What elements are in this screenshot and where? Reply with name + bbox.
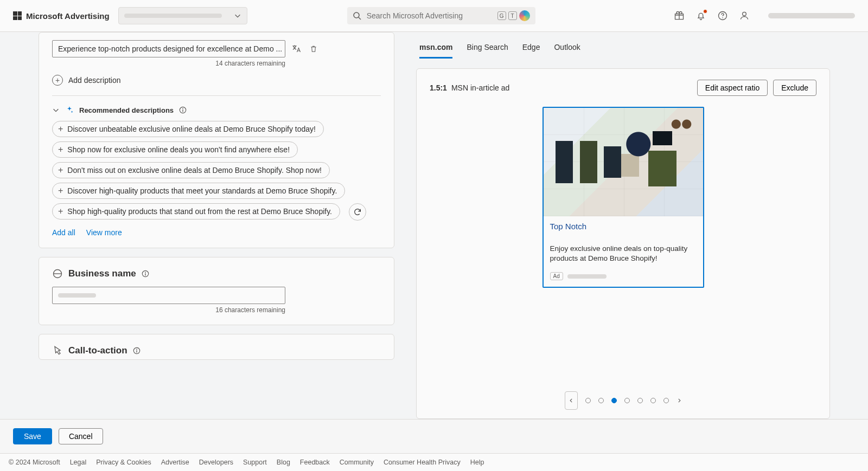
business-name-placeholder (58, 293, 96, 298)
tab-outlook[interactable]: Outlook (554, 43, 580, 59)
kbd-g: G (497, 11, 506, 20)
tab-msn[interactable]: msn.com (419, 43, 452, 59)
plus-icon: + (58, 207, 63, 216)
carousel-dot[interactable] (663, 398, 669, 403)
translate-icon[interactable] (290, 42, 303, 55)
svg-point-8 (145, 272, 146, 273)
recommended-title: Recommended descriptions (79, 106, 174, 114)
footer: © 2024 Microsoft LegalPrivacy & CookiesA… (0, 453, 868, 471)
refresh-suggestions-button[interactable] (349, 203, 366, 221)
carousel-next-button[interactable] (676, 397, 682, 404)
aspect-ratio: 1.5:1 (430, 83, 447, 92)
suggestion-pill[interactable]: +Shop now for exclusive online deals you… (52, 141, 298, 158)
footer-link[interactable]: Legal (70, 459, 87, 466)
descriptions-card: Experience top-notch products designed f… (39, 32, 394, 248)
footer-link[interactable]: Blog (277, 459, 290, 466)
footer-copyright: © 2024 Microsoft (9, 459, 60, 466)
account-selector[interactable] (118, 7, 247, 24)
footer-link[interactable]: Advertise (161, 459, 189, 466)
account-selector-label-placeholder (124, 14, 222, 18)
plus-circle-icon: + (52, 75, 63, 86)
add-all-link[interactable]: Add all (52, 228, 75, 237)
carousel-dot[interactable] (598, 398, 604, 403)
business-name-input[interactable] (52, 287, 285, 304)
business-name-title: Business name (68, 268, 136, 279)
svg-point-3 (743, 12, 746, 16)
carousel-dot[interactable] (637, 398, 643, 403)
exclude-button[interactable]: Exclude (773, 80, 816, 96)
tab-bing[interactable]: Bing Search (467, 43, 508, 59)
preview-tabs: msn.com Bing Search Edge Outlook (416, 32, 830, 59)
brand-logo-icon (13, 11, 22, 20)
notifications-icon[interactable] (694, 9, 707, 22)
suggestion-text: Shop now for exclusive online deals you … (67, 145, 290, 154)
suggestion-pill[interactable]: +Shop high-quality products that stand o… (52, 203, 340, 220)
brand-text: Microsoft Advertising (26, 11, 110, 21)
carousel-prev-button[interactable] (565, 391, 578, 410)
suggestion-links: Add all View more (52, 228, 381, 237)
view-more-link[interactable]: View more (86, 228, 122, 237)
business-name-card: Business name 16 characters remaining (39, 257, 394, 325)
footer-link[interactable]: Feedback (300, 459, 330, 466)
ad-preview-description: Enjoy exclusive online deals on top-qual… (550, 244, 697, 263)
carousel-dot[interactable] (624, 398, 630, 403)
action-bar: Save Cancel (0, 419, 868, 453)
delete-icon[interactable] (307, 42, 320, 55)
info-icon[interactable] (142, 270, 149, 278)
copilot-icon[interactable] (519, 10, 530, 21)
suggestion-pill[interactable]: +Don't miss out on exclusive online deal… (52, 162, 330, 178)
form-column: Experience top-notch products designed f… (0, 32, 394, 419)
footer-link[interactable]: Support (243, 459, 267, 466)
ad-badge: Ad (550, 272, 563, 280)
save-button[interactable]: Save (13, 428, 52, 444)
add-description-label: Add description (68, 76, 121, 85)
cta-icon (52, 345, 63, 356)
plus-icon: + (58, 186, 63, 195)
cta-card: Call-to-action (39, 334, 394, 360)
carousel-dot[interactable] (611, 398, 617, 403)
main-content: Experience top-notch products designed f… (0, 32, 868, 419)
edit-aspect-ratio-button[interactable]: Edit aspect ratio (697, 80, 768, 96)
suggestion-text: Don't miss out on exclusive online deals… (67, 166, 322, 175)
divider (52, 95, 381, 96)
description-char-remaining: 14 characters remaining (52, 60, 285, 67)
recommended-header[interactable]: Recommended descriptions (52, 106, 381, 114)
brand[interactable]: Microsoft Advertising (13, 11, 110, 21)
chevron-down-icon (52, 106, 60, 114)
sparkle-icon (65, 106, 74, 114)
footer-link[interactable]: Privacy & Cookies (96, 459, 151, 466)
carousel-dot[interactable] (650, 398, 656, 403)
footer-link[interactable]: Help (470, 459, 484, 466)
recommended-pills: +Discover unbeatable exclusive online de… (52, 121, 381, 224)
ad-url-placeholder (567, 274, 607, 279)
info-icon[interactable] (179, 106, 187, 114)
search-input[interactable] (367, 11, 492, 20)
header-actions (673, 9, 855, 22)
gift-icon[interactable] (673, 9, 686, 22)
cta-title: Call-to-action (68, 345, 127, 356)
suggestion-text: Shop high-quality products that stand ou… (67, 207, 332, 216)
svg-point-2 (722, 17, 723, 18)
global-search[interactable]: G T (347, 7, 535, 24)
suggestion-pill[interactable]: +Discover high-quality products that mee… (52, 183, 345, 199)
user-label-placeholder (768, 13, 855, 18)
help-icon[interactable] (716, 9, 729, 22)
tab-edge[interactable]: Edge (522, 43, 540, 59)
cancel-button[interactable]: Cancel (59, 428, 103, 444)
carousel-dot[interactable] (585, 398, 591, 403)
plus-icon: + (58, 125, 63, 133)
suggestion-pill[interactable]: +Discover unbeatable exclusive online de… (52, 121, 324, 137)
footer-link[interactable]: Developers (199, 459, 233, 466)
info-icon[interactable] (133, 347, 141, 354)
footer-link[interactable]: Community (340, 459, 374, 466)
svg-point-10 (136, 349, 137, 350)
ad-preview-image (544, 108, 703, 216)
user-icon[interactable] (738, 9, 751, 22)
search-icon (353, 11, 361, 20)
svg-point-0 (354, 12, 359, 18)
description-input[interactable]: Experience top-notch products designed f… (52, 40, 285, 57)
preview-subtitle: 1.5:1 MSN in-article ad (430, 83, 509, 92)
add-description-button[interactable]: + Add description (52, 67, 381, 95)
footer-link[interactable]: Consumer Health Privacy (384, 459, 461, 466)
preview-column: msn.com Bing Search Edge Outlook 1.5:1 M… (394, 32, 868, 419)
